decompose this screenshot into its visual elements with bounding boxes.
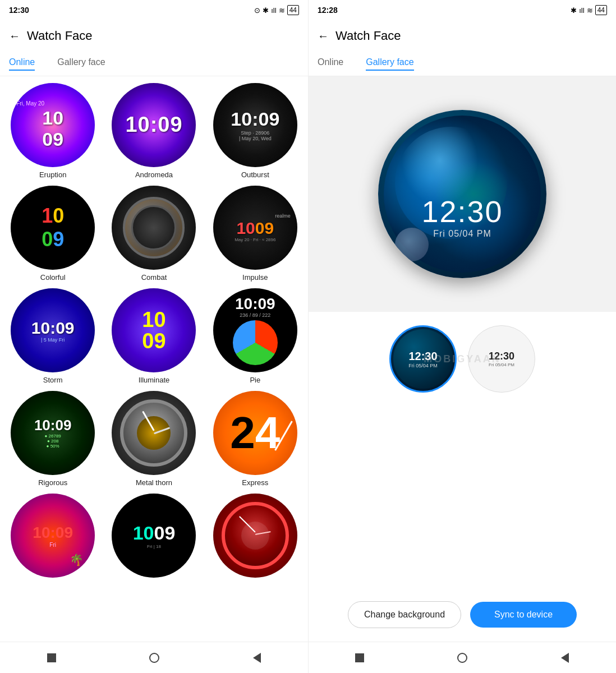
page-title-right: Watch Face [335, 29, 401, 43]
right-panel: 12:28 ✱ ıll ≋ 44 ← Watch Face Online Gal… [308, 0, 616, 673]
nav-square-left[interactable] [42, 648, 62, 668]
list-item[interactable]: Combat [105, 186, 202, 282]
thumb-earth-date: Fri 05/04 PM [408, 363, 438, 368]
pie-info: 236 / 89 / 222 [240, 312, 270, 318]
preview-time-container: 12:30 Fri 05/04 PM [421, 194, 503, 239]
face-rigorous-label: Rigorous [38, 478, 67, 487]
face-colorful-label: Colorful [40, 273, 66, 282]
nav-back-right[interactable] [555, 648, 575, 668]
nav-square-right[interactable] [350, 648, 370, 668]
face-express-label: Express [242, 478, 268, 487]
list-item[interactable]: Fri, May 20 1009 Eruption [4, 83, 101, 179]
tabs-left: Online Gallery face [0, 52, 308, 76]
signal-icon-right: ıll [579, 6, 584, 15]
status-bar-right: 12:28 ✱ ıll ≋ 44 [309, 0, 616, 20]
face-metalthorn-label: Metal thorn [136, 478, 172, 487]
face-storm-circle: 10:09 | 5 May Fri [11, 288, 95, 372]
list-item[interactable]: 10:09 Andromeda [105, 83, 202, 179]
header-left: ← Watch Face [0, 20, 308, 52]
face-express-circle: 24 [213, 391, 297, 475]
list-item[interactable]: 10:09 | 5 May Fri Storm [4, 288, 101, 384]
signal-icon-left: ıll [271, 6, 276, 15]
face-bottom1-circle: 10:09 Fri 🌴 [11, 494, 95, 578]
list-item[interactable]: Metal thorn [105, 391, 202, 487]
storm-date: | 5 May Fri [41, 337, 65, 343]
wifi-icon-left: ≋ [279, 6, 285, 15]
face-combat-label: Combat [141, 273, 167, 282]
thumb-white-circle: 12:30 Fri 05/04 PM [468, 325, 535, 393]
face-impulse-label: Impulse [242, 273, 268, 282]
status-time-left: 12:30 [9, 6, 29, 15]
thumbnail-row: MOBIGYAAN 12:30 Fri 05/04 PM 12:30 Fri 0… [309, 312, 616, 406]
face-pie-circle: 10:09 236 / 89 / 222 [213, 288, 297, 372]
wifi-icon-right: ≋ [587, 6, 593, 15]
nav-back-left[interactable] [247, 648, 267, 668]
page-title-left: Watch Face [27, 29, 93, 43]
bottom2-time: 1009 [133, 522, 176, 544]
list-item[interactable]: 10:09 Fri 🌴 [4, 494, 101, 581]
eruption-date: Fri, May 20 [11, 100, 44, 107]
tab-gallery-left[interactable]: Gallery face [57, 57, 105, 71]
preview-time: 12:30 [421, 194, 503, 229]
storm-time: 10:09 [31, 319, 75, 337]
nav-home-right[interactable] [452, 648, 472, 668]
outburst-info: Step · 28906| May 20, Wed [239, 130, 272, 141]
status-time-right: 12:28 [318, 6, 338, 15]
bottom1-tree: 🌴 [70, 553, 84, 566]
face-illuminate-label: Illuminate [139, 376, 170, 384]
back-button-left[interactable]: ← [9, 30, 20, 43]
sync-to-device-button[interactable]: Sync to device [470, 602, 577, 628]
action-buttons: Change background Sync to device [309, 590, 616, 642]
camera-icon-left: ⊙ [254, 6, 260, 15]
list-item[interactable]: 10 09 Colorful [4, 186, 101, 282]
eruption-time: 1009 [42, 108, 63, 150]
bluetooth-icon-right: ✱ [571, 6, 577, 15]
tab-online-right[interactable]: Online [318, 57, 343, 71]
face-combat-circle [112, 186, 196, 270]
thumb-earth-time: 12:30 [408, 350, 437, 363]
tabs-right: Online Gallery face [309, 52, 616, 76]
face-outburst-circle: 10:09 Step · 28906| May 20, Wed [213, 83, 297, 167]
impulse-time: 1009 [236, 219, 274, 237]
thumb-white-date: Fri 05/04 PM [489, 362, 514, 367]
list-item[interactable]: realme 1009 May 20 · Fri · ≈ 2896 Impuls… [207, 186, 304, 282]
rigorous-time: 10:09 [34, 417, 72, 434]
face-eruption-label: Eruption [39, 170, 66, 179]
preview-date: Fri 05/04 PM [421, 229, 503, 239]
list-item[interactable]: 10:09 Step · 28906| May 20, Wed Outburst [207, 83, 304, 179]
face-bottom2-circle: 1009 Fri | 18 [112, 494, 196, 578]
header-right: ← Watch Face [309, 20, 616, 52]
thumbnail-earth[interactable]: 12:30 Fri 05/04 PM [389, 325, 457, 393]
face-impulse-circle: realme 1009 May 20 · Fri · ≈ 2896 [213, 186, 297, 270]
face-outburst-label: Outburst [241, 170, 269, 179]
impulse-brand: realme [275, 213, 297, 219]
thumb-earth-circle: 12:30 Fri 05/04 PM [389, 325, 457, 393]
nav-home-left[interactable] [144, 648, 164, 668]
list-item[interactable]: 24 Express [207, 391, 304, 487]
battery-icon-left: 44 [287, 5, 299, 15]
tab-gallery-right[interactable]: Gallery face [366, 57, 413, 71]
face-storm-label: Storm [43, 376, 63, 384]
face-illuminate-circle: 10 09 [112, 288, 196, 372]
bottom-nav-left [0, 642, 308, 673]
face-metalthorn-circle [112, 391, 196, 475]
list-item[interactable]: 1009 Fri | 18 [105, 494, 202, 581]
express-number: 24 [230, 411, 280, 455]
outburst-time: 10:09 [231, 109, 279, 130]
back-button-right[interactable]: ← [318, 30, 329, 43]
thumbnail-white[interactable]: 12:30 Fri 05/04 PM [468, 325, 535, 393]
left-panel: 12:30 ⊙ ✱ ıll ≋ 44 ← Watch Face Online G… [0, 0, 308, 673]
list-item[interactable] [207, 494, 304, 581]
preview-watch: 12:30 Fri 05/04 PM [378, 110, 546, 278]
tab-online-left[interactable]: Online [9, 57, 35, 71]
list-item[interactable]: 10 09 Illuminate [105, 288, 202, 384]
list-item[interactable]: 10:09 236 / 89 / 222 Pie [207, 288, 304, 384]
rigorous-info: ● 26789● 208● 50% [45, 434, 61, 449]
faces-grid: Fri, May 20 1009 Eruption 10:09 Andromed… [0, 76, 308, 642]
bottom1-time: 10:09 [33, 524, 73, 542]
change-background-button[interactable]: Change background [348, 601, 461, 628]
list-item[interactable]: 10:09 ● 26789● 208● 50% Rigorous [4, 391, 101, 487]
bottom-nav-right [309, 642, 616, 673]
bluetooth-icon-left: ✱ [263, 6, 269, 15]
face-eruption-circle: Fri, May 20 1009 [11, 83, 95, 167]
